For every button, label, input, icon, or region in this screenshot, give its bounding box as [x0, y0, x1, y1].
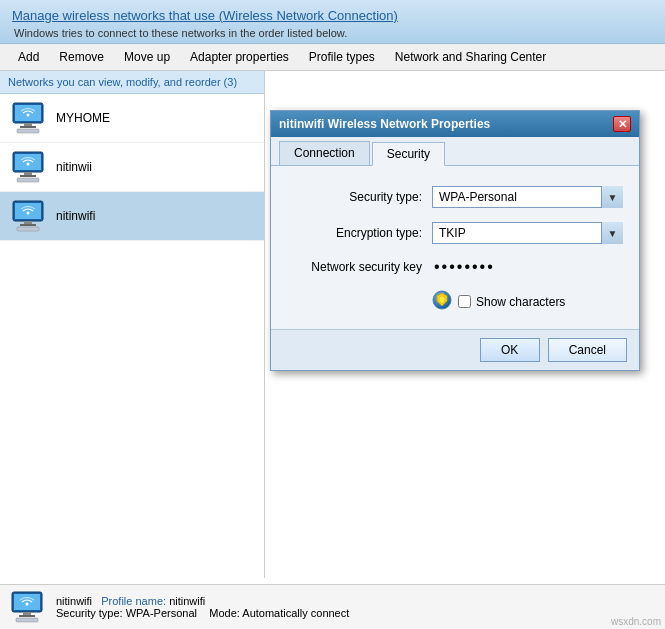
status-profile-value: nitinwifi [169, 595, 205, 607]
status-mode-label: Mode: [209, 607, 240, 619]
encryption-type-label: Encryption type: [287, 226, 432, 240]
title-bar: Manage wireless networks that use (Wirel… [0, 0, 665, 44]
status-bar: nitinwifi Profile name: nitinwifi Securi… [0, 584, 665, 629]
network-name-nitinwifi: nitinwifi [56, 209, 95, 223]
dialog-close-button[interactable]: ✕ [613, 116, 631, 132]
network-icon-nitinwifi [8, 198, 48, 234]
network-name-myhome: MYHOME [56, 111, 110, 125]
list-item[interactable]: nitinwifi [0, 192, 264, 241]
shield-icon [432, 290, 452, 313]
encryption-type-row: Encryption type: TKIP AES ▼ [287, 222, 623, 244]
svg-rect-10 [17, 178, 39, 182]
list-item[interactable]: nitinwii [0, 143, 264, 192]
dialog: nitinwifi Wireless Network Properties ✕ … [270, 110, 640, 371]
svg-rect-22 [14, 594, 40, 610]
toolbar: Add Remove Move up Adapter properties Pr… [0, 44, 665, 71]
security-type-select[interactable]: WPA-Personal WPA2-Personal WEP Open [432, 186, 623, 208]
svg-rect-25 [16, 618, 38, 622]
show-chars-row: Show characters [287, 290, 623, 313]
dialog-title-bar: nitinwifi Wireless Network Properties ✕ [271, 111, 639, 137]
svg-rect-24 [19, 615, 35, 617]
watermark: wsxdn.com [611, 616, 661, 627]
svg-rect-9 [20, 175, 36, 177]
show-chars-label[interactable]: Show characters [476, 295, 565, 309]
svg-rect-7 [15, 154, 41, 170]
svg-point-17 [27, 212, 30, 215]
network-list-panel: Networks you can view, modify, and reord… [0, 71, 265, 578]
network-key-control: •••••••• [432, 258, 623, 276]
move-up-button[interactable]: Move up [114, 47, 180, 67]
network-icon-nitinwii [8, 149, 48, 185]
status-security-label: Security type: [56, 607, 123, 619]
encryption-type-select[interactable]: TKIP AES [432, 222, 623, 244]
tab-connection[interactable]: Connection [279, 141, 370, 165]
network-sharing-center-button[interactable]: Network and Sharing Center [385, 47, 556, 67]
remove-button[interactable]: Remove [49, 47, 114, 67]
dialog-footer: OK Cancel [271, 329, 639, 370]
svg-point-5 [27, 114, 30, 117]
network-key-label: Network security key [287, 260, 432, 274]
adapter-properties-button[interactable]: Adapter properties [180, 47, 299, 67]
svg-rect-13 [15, 203, 41, 219]
security-type-control: WPA-Personal WPA2-Personal WEP Open ▼ [432, 186, 623, 208]
status-info: nitinwifi Profile name: nitinwifi Securi… [56, 595, 657, 619]
status-profile-label: Profile name: [101, 595, 166, 607]
svg-rect-3 [20, 126, 36, 128]
svg-rect-15 [20, 224, 36, 226]
network-key-value: •••••••• [432, 258, 495, 275]
cancel-button[interactable]: Cancel [548, 338, 627, 362]
svg-rect-1 [15, 105, 41, 121]
status-network-icon [8, 590, 46, 624]
network-key-row: Network security key •••••••• [287, 258, 623, 276]
security-type-label: Security type: [287, 190, 432, 204]
page-subtitle: Windows tries to connect to these networ… [12, 27, 653, 39]
list-item[interactable]: MYHOME [0, 94, 264, 143]
status-security-value: WPA-Personal [126, 607, 197, 619]
profile-types-button[interactable]: Profile types [299, 47, 385, 67]
security-type-row: Security type: WPA-Personal WPA2-Persona… [287, 186, 623, 208]
svg-point-11 [27, 163, 30, 166]
page-title[interactable]: Manage wireless networks that use (Wirel… [12, 8, 653, 23]
svg-rect-16 [17, 227, 39, 231]
encryption-type-control: TKIP AES ▼ [432, 222, 623, 244]
network-name-nitinwii: nitinwii [56, 160, 92, 174]
status-network-name: nitinwifi [56, 595, 92, 607]
svg-rect-4 [17, 129, 39, 133]
dialog-body: Security type: WPA-Personal WPA2-Persona… [271, 166, 639, 329]
show-chars-checkbox[interactable] [458, 295, 471, 308]
dialog-tabs: Connection Security [271, 137, 639, 166]
ok-button[interactable]: OK [480, 338, 540, 362]
tab-security[interactable]: Security [372, 142, 445, 166]
network-list-header: Networks you can view, modify, and reord… [0, 71, 264, 94]
dialog-title: nitinwifi Wireless Network Properties [279, 117, 490, 131]
status-mode-value: Automatically connect [242, 607, 349, 619]
svg-point-26 [26, 603, 29, 606]
add-button[interactable]: Add [8, 47, 49, 67]
network-icon-myhome [8, 100, 48, 136]
